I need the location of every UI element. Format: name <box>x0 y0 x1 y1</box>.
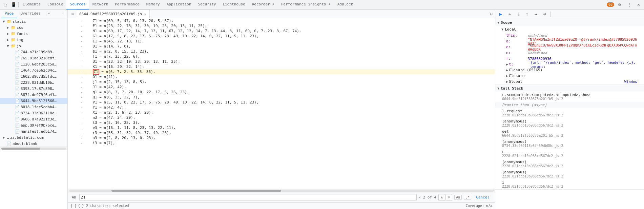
tree-item-1120[interactable]: ▶ 📄 1120.6ebf283c5a… <box>0 61 67 67</box>
match-case-btn[interactable]: Aa <box>454 195 462 200</box>
tree-more-icon[interactable]: ⋮ <box>60 11 66 17</box>
scope-expand-c1: ▶ <box>506 68 508 72</box>
tree-item-8018[interactable]: ▶ 📄 8018.1fdc5cdbb4… <box>0 104 67 110</box>
main-area: Page Overrides » ⋮ ▼ 📁 static ▶ 📁 css ▶ <box>0 10 644 209</box>
file-icon-app: 📄 <box>15 123 20 128</box>
file-icon-9606: 📄 <box>15 117 20 121</box>
tree-label-static: static <box>13 19 26 24</box>
tree-item-js[interactable]: ▼ 📁 js <box>0 43 67 49</box>
folder-icon-img: 📁 <box>11 38 16 42</box>
inspect-icon[interactable]: ⬚ <box>1 1 9 9</box>
tree-item-fonts[interactable]: ▶ 📁 fonts <box>0 31 67 37</box>
code-line-j1: - j1 = n(2, 15, 13, 8, 5), <box>68 79 495 84</box>
step-out-btn[interactable]: ↑ <box>523 10 531 18</box>
code-line-n3: - n3 = n(47, 24, 29), <box>68 115 495 120</box>
tab-elements[interactable]: Elements <box>19 0 44 10</box>
tree-item-about[interactable]: ▶ 📄 about:blank <box>0 140 67 147</box>
sub-tab-overrides[interactable]: Overrides <box>17 10 44 18</box>
search-clear-icon[interactable]: ✕ <box>419 195 421 200</box>
cs-fn-anon1: (anonymous) <box>502 119 637 124</box>
step-btn[interactable]: → <box>532 10 540 18</box>
tree-item-1464[interactable]: ▶ 📄 1464.7ce562c04c… <box>0 67 67 73</box>
tree-item-8734[interactable]: ▶ 📄 8734.33d962118e… <box>0 110 67 116</box>
file-icon-1602: 📄 <box>15 74 20 79</box>
tab-recorder[interactable]: Recorder ⚡ <box>249 0 278 10</box>
tab-perf-insights[interactable]: Performance insights ⚡ <box>278 0 334 10</box>
more-icon[interactable]: ⋮ <box>625 1 633 9</box>
tree-scrollbar[interactable] <box>0 147 67 150</box>
tree-item-744[interactable]: ▶ 📄 744.a71a199d89… <box>0 49 67 55</box>
tree-item-2228[interactable]: ▶ 📄 2228.021ddb10b… <box>0 79 67 86</box>
cs-item-c[interactable]: c 2228.021ddb10b985cd567dc2.js:2 <box>495 149 644 159</box>
tree-item-css[interactable]: ▶ 📁 css <box>0 24 67 31</box>
tab-network[interactable]: Network <box>89 0 111 10</box>
scope-title: Scope <box>501 20 512 25</box>
cs-item-anon3[interactable]: (anonymous) 2228.021ddb10b985cd567dc2.js… <box>495 159 644 169</box>
tree-label-744: 744.a71a199d89… <box>21 50 54 54</box>
cs-file-anon2: 8734.33d962118e5f459db80c.js:2 <box>502 144 637 148</box>
sub-toolbar: Page Overrides » ⋮ <box>0 10 67 18</box>
scope-item-closure2[interactable]: ▶ Closure <box>499 73 644 79</box>
tree-item-6644[interactable]: ▶ 📄 6644.9bd512f560… <box>0 98 67 104</box>
cs-item-anon4[interactable]: (anonymous) 2228.021ddb10b985cd567dc2.js… <box>495 169 644 179</box>
pause-btn[interactable]: ▶ <box>497 10 505 18</box>
settings-icon[interactable]: ⚙ <box>616 1 624 9</box>
split-panel-icon[interactable]: ⊟ <box>487 10 495 18</box>
file-tab-close[interactable]: ✕ <box>143 12 147 16</box>
tree-item-app[interactable]: ▶ 📄 app.d97ef0b76ce… <box>0 122 67 128</box>
cs-item-i[interactable]: i 2228.021ddb10b985cd567dc2.js:2 <box>495 179 644 189</box>
local-header[interactable]: ▼ Local <box>499 26 644 33</box>
panel-format-icon[interactable]: ⊞ <box>69 10 77 18</box>
tab-application[interactable]: Application <box>163 0 195 10</box>
tree-item-3874[interactable]: ▶ 📄 3874.de979f6a41… <box>0 92 67 98</box>
tree-item-img[interactable]: ▶ 📁 img <box>0 37 67 43</box>
device-icon[interactable]: 📱 <box>9 1 18 9</box>
call-stack-header[interactable]: ▼ Call Stack <box>495 85 644 92</box>
scope-item-global[interactable]: ▶ Global Window <box>499 79 644 84</box>
scope-key-t: t: <box>509 62 529 66</box>
search-next-btn[interactable]: ∨ <box>445 194 452 201</box>
code-editor[interactable]: - Z1 = n(69, 5, 47, 0, 13, 20, 5, 67), -… <box>68 18 495 189</box>
cs-item-anon2[interactable]: (anonymous) 8734.33d962118e5f459db80c.js… <box>495 138 644 149</box>
regex-btn[interactable]: .* <box>464 195 471 200</box>
close-icon[interactable]: ✕ <box>635 1 643 9</box>
step-over-btn[interactable]: ↷ <box>505 10 514 18</box>
deactivate-btn[interactable]: ⊘ <box>541 10 549 18</box>
cs-item-get[interactable]: get 6644.9bd512f560375a201fb5.js:2 <box>495 128 644 138</box>
sub-tab-page[interactable]: Page <box>1 10 17 18</box>
tab-performance[interactable]: Performance <box>111 0 143 10</box>
cancel-search-btn[interactable]: Cancel <box>473 194 492 200</box>
search-input[interactable] <box>79 194 417 201</box>
search-ab-icon[interactable]: AB <box>70 194 77 201</box>
tab-memory[interactable]: Memory <box>143 0 163 10</box>
cs-fn-show: c.<computed>.<computed>.<computed>.show <box>502 93 637 97</box>
search-prev-btn[interactable]: ∧ <box>438 194 445 201</box>
tree-item-zz[interactable]: ▶ ☁ zz.bdstatic.com <box>0 134 67 140</box>
tab-sources[interactable]: Sources <box>66 0 89 10</box>
step-into-btn[interactable]: ↓ <box>514 10 522 18</box>
tab-adblock[interactable]: AdBlock <box>334 0 356 10</box>
tree-label-3393: 3393.17c87c898… <box>21 87 54 91</box>
tree-item-9606[interactable]: ▶ 📄 9606.d7a9221c3e… <box>0 116 67 122</box>
cs-item-anon1[interactable]: (anonymous) 2228.021ddb10b985cd567dc2.js… <box>495 118 644 128</box>
sub-tab-more[interactable]: » <box>44 10 53 18</box>
cs-item-lrequest[interactable]: l.request 2228.021ddb10b985cd567dc2.js:2 <box>495 108 644 118</box>
tree-item-765[interactable]: ▶ 📄 765.81ad3218cdf… <box>0 55 67 61</box>
call-stack-section: ▼ Call Stack c.<computed>.<computed>.<co… <box>495 85 644 190</box>
tree-item-3393[interactable]: ▶ 📄 3393.17c87c898… <box>0 86 67 92</box>
cs-item-show[interactable]: c.<computed>.<computed>.<computed>.show … <box>495 92 644 102</box>
tree-label-6644: 6644.9bd512f560… <box>21 99 57 103</box>
tab-console[interactable]: Console <box>44 0 66 10</box>
scope-header[interactable]: ▼ Scope <box>495 19 644 26</box>
cs-fn-lrequest: l.request <box>502 109 637 113</box>
scope-item-t[interactable]: ▶ t: {url: '/rank/index', method: 'get',… <box>499 61 644 67</box>
scope-item-e[interactable]: e: "eDEnECU/Nw9vX30PPjZVQQhXh0iKEcIcRRMF… <box>499 44 644 50</box>
code-scrollbar-h[interactable] <box>68 189 495 192</box>
tab-security[interactable]: Security <box>195 0 220 10</box>
file-tab-6644[interactable]: 6644.9bd512f560375a201fb5.js ✕ <box>77 10 150 18</box>
tree-item-1602[interactable]: ▶ 📄 1602.d967d55fdc… <box>0 73 67 79</box>
tree-item-manifest[interactable]: ▶ 📄 manifest.edb174… <box>0 128 67 134</box>
code-line-9: - U1 = n(23, 22, 19, 23, 20, 13, 11, 25)… <box>68 59 495 64</box>
tab-lighthouse[interactable]: Lighthouse <box>220 0 249 10</box>
tree-item-static[interactable]: ▼ 📁 static <box>0 18 67 24</box>
